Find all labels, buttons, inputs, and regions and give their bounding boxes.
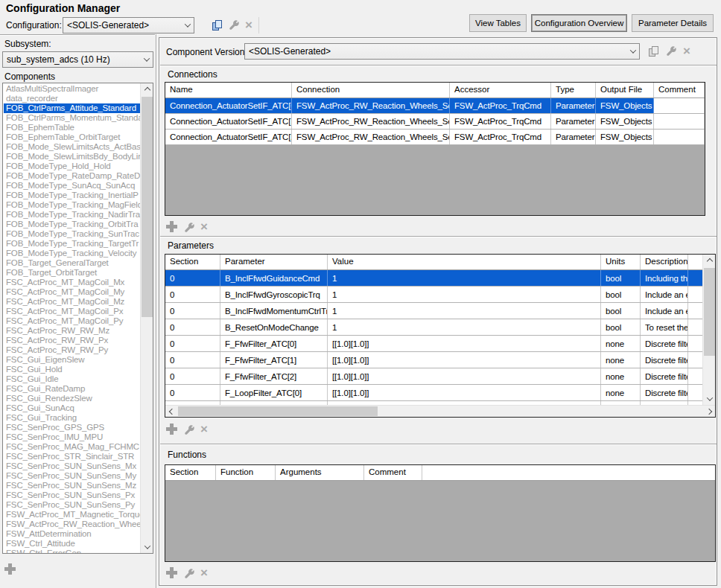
table-row[interactable]: Connection_ActuatorSetIF_ATC[1]FSW_ActPr…: [165, 114, 705, 130]
component-item[interactable]: FSW_ActProc_RW_Reaction_Wheel: [4, 520, 140, 529]
component-item[interactable]: FOB_ModeType_Tracking_TargetTr: [4, 239, 140, 249]
component-item[interactable]: FSC_ActProc_MT_MagCoil_Mz: [4, 297, 140, 307]
component-item[interactable]: FSC_ActProc_RW_RW_Py: [4, 345, 140, 355]
subsystem-select[interactable]: sub_system_adcs (10 Hz): [2, 51, 153, 68]
configure-version-icon[interactable]: [664, 45, 678, 58]
column-header[interactable]: Comment: [654, 83, 705, 98]
scroll-down-icon[interactable]: [141, 540, 153, 553]
column-header[interactable]: Units: [601, 255, 641, 269]
column-header[interactable]: Comment: [364, 465, 422, 480]
parameters-vscrollbar[interactable]: [702, 255, 715, 405]
table-row[interactable]: 0F_FfwFilter_ATC[0][[1.0][1.0]]noneDiscr…: [165, 336, 715, 352]
component-item[interactable]: FOB_ModeType_Tracking_OrbitTra: [4, 220, 140, 229]
delete-function-icon[interactable]: ×: [197, 566, 211, 580]
column-header[interactable]: Section: [165, 255, 220, 269]
components-list[interactable]: AtlasMultiSpectralImagerdata_recorderFOB…: [2, 83, 153, 554]
column-header[interactable]: Type: [551, 83, 596, 98]
configure-parameter-icon[interactable]: [182, 424, 196, 437]
component-item[interactable]: FSC_ActProc_RW_RW_Mz: [4, 326, 140, 336]
component-item[interactable]: FSC_SenProc_SUN_SunSens_My: [4, 471, 140, 481]
scrollbar-thumb[interactable]: [704, 268, 715, 356]
table-row[interactable]: 0B_InclFfwdGyroscopicTrq1boolInclude an …: [165, 287, 715, 303]
column-header[interactable]: Function: [216, 465, 276, 480]
component-item[interactable]: FOB_Target_OrbitTarget: [4, 268, 140, 278]
component-item[interactable]: FOB_EphemTable_OrbitTarget: [4, 132, 140, 142]
column-header[interactable]: Value: [328, 255, 601, 269]
component-item[interactable]: FSC_ActProc_MT_MagCoil_Mx: [4, 278, 140, 287]
component-item[interactable]: FOB_EphemTable: [4, 123, 140, 132]
configure-function-icon[interactable]: [182, 567, 196, 581]
column-header[interactable]: Accessor: [450, 83, 551, 98]
view-tables-button[interactable]: View Tables: [469, 14, 527, 32]
component-item[interactable]: FSC_Gui_Tracking: [4, 413, 140, 423]
component-item[interactable]: FOB_Target_GeneralTarget: [4, 258, 140, 268]
component-item[interactable]: FSC_Gui_RendezSlew: [4, 394, 140, 403]
component-item[interactable]: FOB_CtrlParms_Momentum_Standar: [4, 113, 140, 123]
configuration-overview-button[interactable]: Configuration Overview: [531, 14, 627, 32]
component-item[interactable]: FSC_SenProc_SUN_SunSens_Mx: [4, 461, 140, 471]
table-row[interactable]: Connection_ActuatorSetIF_ATC[2]FSW_ActPr…: [165, 130, 705, 145]
component-item[interactable]: data_recorder: [4, 94, 140, 103]
parameters-hscrollbar[interactable]: [165, 405, 715, 417]
scroll-up-icon[interactable]: [703, 255, 716, 267]
component-item[interactable]: FSC_Gui_SunAcq: [4, 403, 140, 413]
scrollbar-thumb[interactable]: [178, 406, 378, 416]
scroll-up-icon[interactable]: [141, 83, 153, 96]
component-item[interactable]: FSC_ActProc_MT_MagCoil_Py: [4, 316, 140, 326]
component-item[interactable]: FSW_ActProc_MT_Magnetic_Torque: [4, 510, 140, 520]
component-item[interactable]: FSC_Gui_Hold: [4, 365, 140, 374]
component-item[interactable]: FSC_SenProc_SUN_SunSens_Px: [4, 490, 140, 500]
component-item[interactable]: FSW_Ctrl_Attitude: [4, 539, 140, 549]
scroll-down-icon[interactable]: [703, 392, 716, 405]
table-row[interactable]: 0F_LoopFilter_ATC[0][[1.0][1.0]]noneDisc…: [165, 385, 715, 401]
component-item[interactable]: FOB_ModeType_SunAcq_SunAcq: [4, 181, 140, 191]
table-row[interactable]: Connection_ActuatorSetIF_ATC[0]FSW_ActPr…: [165, 98, 705, 114]
component-item[interactable]: FOB_ModeType_Tracking_Velocity: [4, 249, 140, 258]
scroll-left-icon[interactable]: [165, 406, 178, 418]
component-item[interactable]: FSC_ActProc_MT_MagCoil_My: [4, 287, 140, 297]
configure-connection-icon[interactable]: [182, 221, 196, 234]
component-item[interactable]: FOB_ModeType_Tracking_NadirTra: [4, 210, 140, 220]
delete-parameter-icon[interactable]: ×: [197, 423, 211, 436]
table-row[interactable]: 0F_FfwFilter_ATC[2][[1.0][1.0]]noneDiscr…: [165, 368, 715, 385]
component-item[interactable]: FSC_SenProc_SUN_SunSens_Mz: [4, 481, 140, 490]
component-item[interactable]: FOB_Mode_SlewLimitsBdy_BodyLim: [4, 152, 140, 162]
component-item[interactable]: FOB_ModeType_RateDamp_RateDa: [4, 171, 140, 181]
column-header[interactable]: Name: [165, 83, 292, 98]
column-header[interactable]: Output File: [596, 83, 654, 98]
table-row[interactable]: 0B_InclFfwdGuidanceCmd1boolIncluding the…: [165, 270, 715, 287]
component-item[interactable]: FSC_Gui_Idle: [4, 374, 140, 384]
column-header[interactable]: Section: [165, 465, 216, 480]
component-item[interactable]: FSW_Ctrl_ErrorGen: [4, 549, 140, 553]
table-row[interactable]: 0F_FfwFilter_ATC[1][[1.0][1.0]]noneDiscr…: [165, 352, 715, 368]
component-item[interactable]: FSC_SenProc_SUN_SunSens_Py: [4, 500, 140, 510]
component-item[interactable]: FOB_CtrlParms_Attitude_Standard: [4, 103, 140, 113]
table-row[interactable]: 0B_InclFfwdMomentumCtrlTrq1boolInclude a…: [165, 303, 715, 319]
table-row[interactable]: 0B_ResetOnModeChange1boolTo reset the in…: [165, 319, 715, 336]
component-item[interactable]: FOB_Mode_SlewLimitsActs_ActBase: [4, 142, 140, 152]
components-scrollbar[interactable]: [140, 83, 153, 553]
column-header[interactable]: Connection: [292, 83, 450, 98]
component-item[interactable]: FSC_SenProc_GPS_GPS: [4, 423, 140, 432]
delete-version-icon[interactable]: ×: [680, 45, 693, 58]
delete-connection-icon[interactable]: ×: [197, 220, 211, 234]
component-version-select[interactable]: <SOLIS-Generated>: [244, 43, 640, 60]
component-item[interactable]: FSC_ActProc_MT_MagCoil_Px: [4, 307, 140, 316]
component-item[interactable]: FOB_ModeType_Tracking_SunTrac: [4, 229, 140, 239]
copy-configuration-icon[interactable]: [211, 19, 224, 32]
component-item[interactable]: AtlasMultiSpectralImager: [4, 84, 140, 94]
component-item[interactable]: FSC_SenProc_STR_Sinclair_STR: [4, 452, 140, 461]
delete-configuration-icon[interactable]: ×: [242, 19, 255, 32]
configure-configuration-icon[interactable]: [227, 19, 241, 32]
parameter-details-button[interactable]: Parameter Details: [632, 14, 714, 32]
component-item[interactable]: FSC_Gui_RateDamp: [4, 384, 140, 394]
scrollbar-thumb[interactable]: [142, 97, 153, 317]
component-item[interactable]: FSC_ActProc_RW_RW_Px: [4, 336, 140, 345]
component-item[interactable]: FSC_SenProc_MAG_Mag_FCHMC: [4, 442, 140, 452]
configuration-select[interactable]: <SOLIS-Generated>: [63, 17, 194, 33]
column-header[interactable]: Description: [641, 255, 688, 269]
copy-version-icon[interactable]: [647, 45, 661, 58]
column-header[interactable]: Parameter: [220, 255, 328, 269]
component-item[interactable]: FSC_SenProc_IMU_MPU: [4, 432, 140, 442]
scroll-right-icon[interactable]: [702, 406, 715, 418]
